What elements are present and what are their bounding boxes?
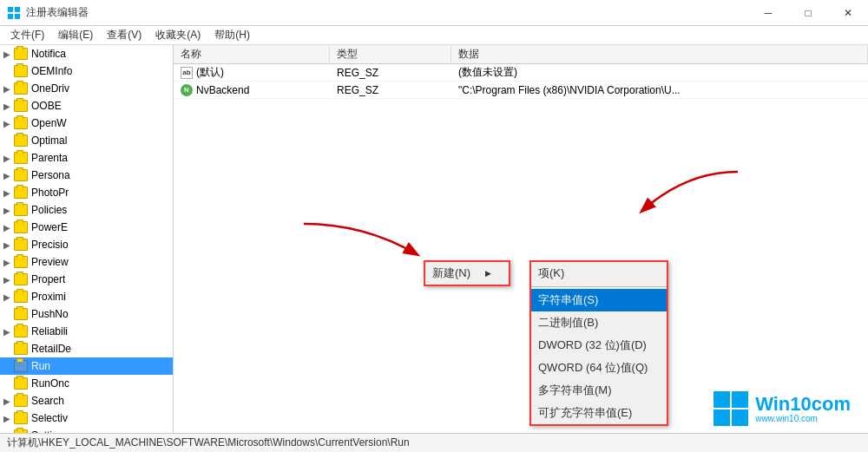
folder-icon [14,360,28,372]
folder-icon [14,187,28,199]
folder-icon [14,221,28,233]
folder-icon [14,325,28,337]
tree-item[interactable]: ▶ OOBE [0,97,173,115]
tree-item[interactable]: ▶ Propert [0,271,173,288]
svg-rect-1 [15,7,20,12]
menu-help[interactable]: 帮助(H) [207,26,257,44]
tree-item[interactable]: ▶ Proximi [0,288,173,305]
tree-arrow: ▶ [3,431,14,434]
tree-label: Preview [31,256,69,268]
tree-item[interactable]: ▶ Parenta [0,149,173,167]
folder-icon [14,48,28,60]
tree-arrow: ▶ [3,275,14,285]
tree-label: Precisio [31,239,69,251]
title-bar-left: 注册表编辑器 [7,5,89,20]
tree-item[interactable]: ▶ Policies [0,201,173,219]
col-name: 名称 [174,45,330,63]
tree-arrow: ▶ [3,154,14,163]
folder-icon [14,429,28,433]
tree-label: RetailDe [31,343,71,355]
reg-ab-icon: ab [181,67,193,79]
minimize-button[interactable]: ─ [748,0,788,26]
tree-arrow: ▶ [3,396,14,406]
tree-item[interactable]: ▶ Preview [0,253,173,271]
tree-label: Policies [31,204,67,216]
tree-arrow: ▶ [3,327,14,337]
tree-label: Search [31,395,64,407]
main-container: ▶ Notifica OEMInfo ▶ OneDriv ▶ OOBE ▶ [0,45,868,433]
folder-icon [14,377,28,390]
tree-item[interactable]: ▶ Precisio [0,236,173,253]
tree-item[interactable]: RetailDe [0,340,173,357]
reg-nv-icon: N [181,84,193,96]
tree-label: Selectiv [31,412,68,424]
table-row[interactable]: ab (默认) REG_SZ (数值未设置) [174,64,868,82]
tree-label: PowerE [31,221,68,233]
cell-name: ab (默认) [174,65,330,80]
menu-view[interactable]: 查看(V) [100,26,148,44]
menu-file[interactable]: 文件(F) [3,26,51,44]
status-path: 计算机\HKEY_LOCAL_MACHINE\SOFTWARE\Microsof… [7,436,410,450]
app-title: 注册表编辑器 [26,5,89,20]
menu-favorites[interactable]: 收藏夹(A) [148,26,207,44]
tree-item[interactable]: PushNo [0,305,173,323]
col-type: 类型 [330,45,451,63]
folder-icon [14,100,28,112]
tree-item[interactable]: ▶ Reliabili [0,323,173,340]
folder-icon [14,204,28,216]
tree-item[interactable]: Optimal [0,132,173,149]
status-bar: 计算机\HKEY_LOCAL_MACHINE\SOFTWARE\Microsof… [0,433,868,452]
tree-item[interactable]: ▶ PhotoPr [0,184,173,201]
tree-item[interactable]: ▶ Selectiv [0,409,173,427]
tree-label: Proximi [31,291,66,303]
menu-bar: 文件(F) 编辑(E) 查看(V) 收藏夹(A) 帮助(H) [0,26,868,45]
tree-item[interactable]: ▶ PowerE [0,219,173,236]
cell-name: N NvBackend [174,84,330,96]
tree-arrow: ▶ [3,223,14,233]
menu-edit[interactable]: 编辑(E) [51,26,100,44]
tree-label: OpenW [31,117,67,129]
folder-icon [14,291,28,303]
tree-label: OneDriv [31,82,69,95]
tree-item[interactable]: RunOnc [0,375,173,392]
title-bar: 注册表编辑器 ─ □ ✕ [0,0,868,26]
tree-arrow: ▶ [3,414,14,423]
maximize-button[interactable]: □ [788,0,828,26]
tree-arrow: ▶ [3,240,14,250]
tree-arrow: ▶ [3,102,14,111]
tree-arrow: ▶ [3,119,14,128]
tree-label: Notifica [31,48,66,60]
app-icon [7,6,21,20]
col-data: 数据 [451,45,868,63]
folder-icon [14,117,28,129]
svg-rect-3 [15,14,20,19]
folder-icon [14,239,28,251]
folder-icon [14,412,28,424]
close-button[interactable]: ✕ [828,0,868,26]
tree-item[interactable]: ▶ OneDriv [0,80,173,97]
tree-item[interactable]: OEMInfo [0,62,173,80]
tree-label: Run [31,360,50,372]
folder-icon [14,152,28,164]
svg-rect-0 [8,7,13,12]
tree-item-search[interactable]: ▶ Search [0,392,173,409]
folder-icon [14,308,28,320]
tree-arrow: ▶ [3,171,14,180]
tree-arrow: ▶ [3,188,14,198]
tree-item-run[interactable]: Run [0,357,173,375]
tree-item[interactable]: ▶ Notifica [0,45,173,62]
tree-label: OEMInfo [31,65,72,77]
folder-icon [14,82,28,95]
folder-icon [14,395,28,407]
tree-label: Persona [31,169,70,181]
svg-rect-2 [8,14,13,19]
tree-scroll[interactable]: ▶ Notifica OEMInfo ▶ OneDriv ▶ OOBE ▶ [0,45,173,433]
cell-type: REG_SZ [330,84,451,96]
tree-item[interactable]: ▶ Settings [0,427,173,433]
tree-arrow: ▶ [3,206,14,215]
table-row[interactable]: N NvBackend REG_SZ "C:\Program Files (x8… [174,82,868,99]
tree-item[interactable]: ▶ OpenW [0,115,173,132]
tree-arrow: ▶ [3,258,14,267]
folder-icon [14,273,28,285]
tree-item[interactable]: ▶ Persona [0,167,173,184]
